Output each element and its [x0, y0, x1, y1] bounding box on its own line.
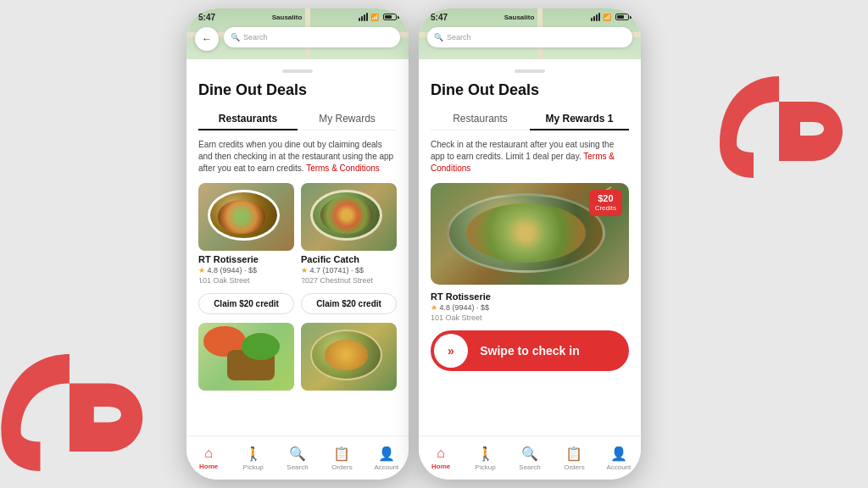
nav-orders-1[interactable]: 📋 Orders	[320, 441, 364, 476]
terms-link-1[interactable]: Terms & Conditions	[306, 164, 380, 173]
map-search-2[interactable]: 🔍 Search	[427, 27, 632, 47]
home-icon-1: ⌂	[204, 446, 213, 461]
swipe-handle: »	[434, 334, 468, 368]
nav-orders-2[interactable]: 📋 Orders	[552, 441, 596, 476]
restaurant-address-2: 2027 Chestnut Street	[301, 276, 397, 285]
phone-2: 5:47 Sausalito 📶 🔍 Search	[419, 8, 641, 480]
wifi-icon-1: 📶	[370, 14, 379, 21]
orders-icon-2: 📋	[565, 446, 582, 462]
nav-account-1[interactable]: 👤 Account	[364, 441, 409, 476]
claim-row-1: Claim $20 credit Claim $20 credit	[198, 293, 397, 314]
restaurant-address-1: 101 Oak Street	[198, 276, 294, 285]
location-1: Sausalito	[272, 14, 303, 21]
status-bar-2: 5:47 Sausalito 📶	[419, 8, 641, 25]
status-bar-1: 5:47 Sausalito 📶	[186, 8, 409, 25]
page-title-2: Dine Out Deals	[431, 81, 629, 99]
claim-button-1[interactable]: Claim $20 credit	[198, 293, 294, 314]
tab-rewards-2[interactable]: My Rewards 1	[530, 108, 629, 130]
nav-search-2[interactable]: 🔍 Search	[508, 441, 552, 476]
search-placeholder-2: Search	[447, 33, 471, 42]
account-icon-2: 👤	[610, 446, 627, 462]
credits-badge: $20 Credits	[589, 190, 622, 216]
nav-search-label-2: Search	[519, 463, 540, 471]
back-button-1[interactable]: ←	[195, 27, 219, 51]
search-icon-2: 🔍	[434, 33, 443, 42]
nav-pickup-1[interactable]: 🚶 Pickup	[231, 441, 275, 476]
time-2: 5:47	[431, 13, 448, 22]
nav-orders-label-1: Orders	[331, 463, 352, 471]
tabs-2: Restaurants My Rewards 1	[431, 108, 629, 130]
description-1: Earn credits when you dine out by claimi…	[198, 139, 397, 175]
restaurant-meta-1: ★ 4.8 (9944) · $$	[198, 266, 294, 274]
nav-account-label-1: Account	[374, 463, 398, 471]
bottom-nav-2: ⌂ Home 🚶 Pickup 🔍 Search 📋 Orders 👤 Acco…	[419, 435, 641, 480]
search-placeholder-1: Search	[243, 33, 268, 42]
drag-handle-2	[515, 69, 545, 73]
phone-1: 5:47 Sausalito 📶 ← 🔍 Search	[186, 8, 409, 480]
search-icon-nav-2: 🔍	[521, 446, 538, 462]
tab-restaurants-1[interactable]: Restaurants	[198, 108, 298, 130]
restaurant-image-4	[301, 323, 397, 391]
claim-button-2[interactable]: Claim $20 credit	[301, 293, 397, 314]
tab-rewards-1[interactable]: My Rewards	[298, 108, 397, 130]
orders-icon-1: 📋	[333, 446, 350, 462]
signal-1	[359, 13, 368, 21]
restaurant-grid-2	[198, 323, 397, 394]
restaurant-name-2: Pacific Catch	[301, 254, 397, 264]
drag-handle-1	[282, 69, 313, 73]
restaurant-image-3	[198, 323, 294, 391]
nav-account-2[interactable]: 👤 Account	[597, 441, 641, 476]
restaurant-card-1[interactable]: RT Rotisserie ★ 4.8 (9944) · $$ 101 Oak …	[198, 183, 294, 285]
restaurant-card-4[interactable]	[301, 323, 397, 394]
nav-orders-label-2: Orders	[564, 463, 584, 471]
content-2: Dine Out Deals Restaurants My Rewards 1 …	[419, 59, 641, 435]
content-1: Dine Out Deals Restaurants My Rewards Ea…	[186, 59, 409, 435]
checkin-description: Check in at the restaurant after you eat…	[431, 139, 629, 175]
swipe-arrows-icon: »	[448, 344, 454, 358]
restaurant-grid-1: RT Rotisserie ★ 4.8 (9944) · $$ 101 Oak …	[198, 183, 397, 285]
nav-pickup-2[interactable]: 🚶 Pickup	[463, 441, 507, 476]
home-icon-2: ⌂	[437, 446, 445, 461]
location-2: Sausalito	[504, 14, 535, 21]
battery-1	[383, 14, 397, 20]
restaurant-image-large: $20 Credits	[431, 183, 629, 285]
restaurant-image-1	[198, 183, 294, 251]
restaurant-name-detail: RT Rotisserie	[431, 291, 629, 302]
restaurant-card-3[interactable]	[198, 323, 294, 394]
account-icon-1: 👤	[378, 446, 395, 462]
restaurant-image-2	[301, 183, 397, 251]
page-title-1: Dine Out Deals	[198, 81, 397, 99]
signal-2	[591, 13, 600, 21]
nav-search-label-1: Search	[287, 463, 308, 471]
nav-search-1[interactable]: 🔍 Search	[275, 441, 320, 476]
pickup-icon-1: 🚶	[245, 446, 262, 462]
pickup-icon-2: 🚶	[477, 446, 494, 462]
nav-home-2[interactable]: ⌂ Home	[419, 441, 463, 475]
restaurant-meta-2: ★ 4.7 (10741) · $$	[301, 266, 397, 274]
restaurant-card-2[interactable]: Pacific Catch ★ 4.7 (10741) · $$ 2027 Ch…	[301, 183, 397, 285]
search-icon-nav-1: 🔍	[289, 446, 306, 462]
restaurant-name-1: RT Rotisserie	[198, 254, 294, 264]
nav-pickup-label-1: Pickup	[243, 463, 264, 471]
tabs-1: Restaurants My Rewards	[198, 108, 397, 130]
nav-home-label-2: Home	[431, 463, 450, 470]
tab-restaurants-2[interactable]: Restaurants	[431, 108, 530, 130]
restaurant-address-detail: 101 Oak Street	[431, 313, 629, 322]
map-search-1[interactable]: 🔍 Search	[224, 27, 400, 47]
nav-home-1[interactable]: ⌂ Home	[186, 441, 231, 475]
battery-2	[615, 14, 629, 20]
swipe-checkin-button[interactable]: » Swipe to check in	[431, 330, 629, 371]
search-icon-1: 🔍	[231, 33, 240, 42]
nav-home-label-1: Home	[199, 463, 218, 470]
wifi-icon-2: 📶	[603, 14, 611, 21]
nav-pickup-label-2: Pickup	[476, 463, 496, 471]
bottom-nav-1: ⌂ Home 🚶 Pickup 🔍 Search 📋 Orders 👤 Acco…	[186, 435, 409, 480]
nav-account-label-2: Account	[606, 463, 631, 471]
time-1: 5:47	[198, 13, 215, 22]
restaurant-meta-detail: ★ 4.8 (9944) · $$	[431, 303, 629, 312]
swipe-label: Swipe to check in	[468, 344, 626, 358]
